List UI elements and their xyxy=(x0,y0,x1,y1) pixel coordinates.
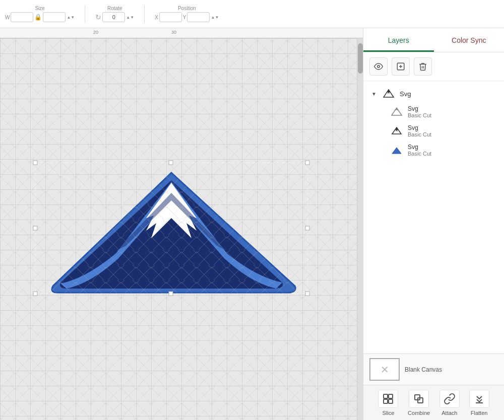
slice-action[interactable]: Slice xyxy=(378,390,398,416)
layer-item-2[interactable]: Svg Basic Cut xyxy=(363,121,504,141)
svg-rect-14 xyxy=(33,226,37,230)
layers-list: ▼ Svg Sv xyxy=(363,81,504,354)
canvas-area: 20 30 xyxy=(0,28,363,420)
svg-rect-21 xyxy=(389,394,393,398)
svg-rect-9 xyxy=(305,161,309,165)
tab-color-sync[interactable]: Color Sync xyxy=(434,31,505,52)
right-panel: Layers Color Sync xyxy=(363,28,504,420)
svg-rect-20 xyxy=(384,394,388,398)
panel-tabs: Layers Color Sync xyxy=(363,28,504,52)
rotate-input[interactable] xyxy=(102,12,125,22)
rotate-label: Rotate xyxy=(107,6,122,11)
combine-icon xyxy=(409,390,429,408)
attach-label: Attach xyxy=(442,410,457,416)
tab-layers[interactable]: Layers xyxy=(363,31,434,52)
rotate-arrows[interactable]: ▲▼ xyxy=(126,15,134,20)
svg-rect-23 xyxy=(389,399,393,403)
position-arrows[interactable]: ▲▼ xyxy=(211,15,219,20)
svg-rect-12 xyxy=(169,161,173,165)
attach-action[interactable]: Attach xyxy=(439,390,460,416)
main-area: 20 30 xyxy=(0,28,504,420)
x-input[interactable] xyxy=(159,12,182,22)
svg-rect-8 xyxy=(33,161,37,165)
svg-rect-13 xyxy=(169,292,173,296)
svg-rect-10 xyxy=(33,292,37,296)
canvas-bottom-section: Blank Canvas xyxy=(363,354,504,385)
y-input[interactable] xyxy=(187,12,210,22)
size-group: Size W 🔒 ▲▼ xyxy=(5,6,75,22)
layer-thumb-2 xyxy=(390,125,404,136)
rotate-icon: ↻ xyxy=(95,13,101,21)
expand-arrow-icon: ▼ xyxy=(371,91,377,97)
svg-point-16 xyxy=(377,65,380,68)
w-label: W xyxy=(5,15,10,20)
panel-btn-add[interactable] xyxy=(392,57,410,76)
layer-group-name: Svg xyxy=(400,90,411,98)
layer-thumb-1 xyxy=(390,106,404,117)
flatten-label: Flatten xyxy=(471,410,488,416)
svg-rect-22 xyxy=(384,399,388,403)
scrollbar-vertical[interactable] xyxy=(357,38,363,420)
size-arrows[interactable]: ▲▼ xyxy=(67,15,75,20)
bottom-action-bar: Slice Combine Attach xyxy=(363,385,504,420)
panel-btn-delete[interactable] xyxy=(414,57,432,76)
layer-item-1[interactable]: Svg Basic Cut xyxy=(363,102,504,121)
layer-thumb-3 xyxy=(390,145,404,156)
layer-sub-text-2: Svg Basic Cut xyxy=(408,124,431,137)
panel-btn-eye[interactable] xyxy=(369,57,388,76)
canvas-grid[interactable] xyxy=(0,38,357,420)
ruler-horizontal: 20 30 xyxy=(0,28,363,38)
layer-item-3[interactable]: Svg Basic Cut xyxy=(363,141,504,160)
attach-icon xyxy=(439,390,460,408)
layer-sub-text-1: Svg Basic Cut xyxy=(408,105,431,118)
ruler-tick-20: 20 xyxy=(93,30,98,35)
slice-icon xyxy=(378,390,398,408)
mountain-logo[interactable] xyxy=(25,153,318,306)
height-input[interactable] xyxy=(43,12,66,22)
flatten-icon xyxy=(469,390,489,408)
x-label: X xyxy=(155,15,158,20)
y-label: Y xyxy=(183,15,186,20)
position-label: Position xyxy=(178,6,196,11)
toolbar: Size W 🔒 ▲▼ Rotate ↻ ▲▼ Position X Y ▲▼ xyxy=(0,0,504,28)
svg-rect-15 xyxy=(305,226,309,230)
sep2 xyxy=(144,5,145,23)
blank-canvas-label: Blank Canvas xyxy=(405,366,442,373)
layer-group-svg[interactable]: ▼ Svg xyxy=(363,85,504,102)
width-input[interactable] xyxy=(11,12,33,22)
ruler-tick-30: 30 xyxy=(171,30,176,35)
sep1 xyxy=(85,5,85,23)
svg-rect-11 xyxy=(305,292,309,296)
combine-label: Combine xyxy=(408,410,430,416)
scrollbar-thumb[interactable] xyxy=(358,43,363,74)
slice-label: Slice xyxy=(382,410,394,416)
flatten-action[interactable]: Flatten xyxy=(469,390,489,416)
size-label: Size xyxy=(35,6,44,11)
position-group: Position X Y ▲▼ xyxy=(155,6,219,22)
lock-icon: 🔒 xyxy=(34,14,42,21)
blank-canvas-preview xyxy=(369,358,400,381)
panel-toolbar xyxy=(363,52,504,81)
combine-action[interactable]: Combine xyxy=(408,390,430,416)
layer-sub-text-3: Svg Basic Cut xyxy=(408,144,431,157)
rotate-group: Rotate ↻ ▲▼ xyxy=(95,6,134,22)
layer-group-thumb xyxy=(382,88,396,99)
